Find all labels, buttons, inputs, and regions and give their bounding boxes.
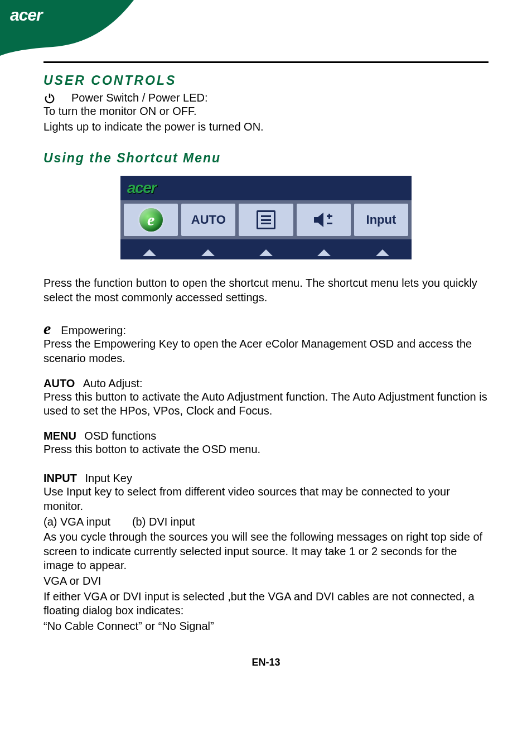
menu-prefix: MENU: [43, 430, 76, 442]
menu-icon: [257, 210, 275, 229]
page-number: EN-13: [43, 657, 489, 668]
input-line5: If either VGA or DVI input is selected ,…: [43, 590, 489, 618]
auto-heading: AUTO Auto Adjust:: [43, 377, 489, 390]
input-line4: VGA or DVI: [43, 574, 489, 589]
section-title-shortcut-menu: Using the Shortcut Menu: [43, 151, 489, 166]
auto-prefix: AUTO: [43, 377, 75, 389]
volume-icon: [312, 210, 335, 229]
power-line1: To turn the monitor ON or OFF.: [43, 104, 489, 119]
input-heading: INPUT Input Key: [43, 472, 489, 485]
osd-auto-button[interactable]: AUTO: [181, 204, 235, 236]
osd-figure: acer e AUTO: [43, 176, 489, 259]
osd-empowering-button[interactable]: e: [124, 204, 178, 236]
empowering-e-icon: e: [43, 320, 51, 337]
arrow-up-icon: [201, 249, 215, 256]
auto-title: Auto Adjust:: [83, 377, 143, 389]
osd-volume-button[interactable]: [297, 204, 351, 236]
menu-title: OSD functions: [84, 430, 156, 442]
menu-heading: MENU OSD functions: [43, 430, 489, 442]
brand-logo: acer: [10, 6, 42, 25]
page-content: USER CONTROLS Power Switch / Power LED: …: [0, 61, 532, 685]
power-label: Power Switch / Power LED:: [71, 92, 208, 104]
osd-arrow-row: [120, 239, 412, 259]
osd-titlebar: acer: [120, 176, 412, 200]
svg-rect-3: [328, 214, 330, 219]
menu-body: Press this botton to activate the OSD me…: [43, 442, 489, 457]
power-line2: Lights up to indicate the power is turne…: [43, 120, 489, 134]
horizontal-rule: [43, 61, 489, 63]
input-line2: (a) VGA input (b) DVI input: [43, 515, 489, 529]
power-row: Power Switch / Power LED:: [43, 92, 489, 104]
empowering-heading: e Empowering:: [43, 320, 489, 337]
page-header: acer: [0, 0, 532, 56]
auto-body: Press this button to activate the Auto A…: [43, 390, 489, 418]
header-curve-graphic: [0, 0, 532, 56]
osd-panel: acer e AUTO: [120, 176, 412, 259]
input-line3: As you cycle through the sources you wil…: [43, 530, 489, 573]
input-line6: “No Cable Connect” or “No Signal”: [43, 619, 489, 634]
power-icon: [43, 92, 56, 104]
empowering-icon: e: [139, 208, 163, 232]
arrow-up-icon: [259, 249, 273, 256]
arrow-up-icon: [317, 249, 331, 256]
arrow-up-icon: [143, 249, 156, 256]
svg-rect-4: [327, 223, 332, 224]
input-line1: Use Input key to select from different v…: [43, 485, 489, 513]
input-title: Input Key: [85, 472, 132, 484]
shortcut-intro: Press the function button to open the sh…: [43, 276, 489, 305]
arrow-up-icon: [376, 249, 389, 256]
empowering-title: Empowering:: [61, 324, 126, 337]
osd-menu-button[interactable]: [239, 204, 293, 236]
osd-brand-logo: acer: [127, 179, 156, 197]
section-title-user-controls: USER CONTROLS: [43, 73, 489, 88]
osd-input-button[interactable]: Input: [354, 204, 408, 236]
osd-button-row: e AUTO Input: [120, 200, 412, 239]
empowering-body: Press the Empowering Key to open the Ace…: [43, 337, 489, 365]
input-prefix: INPUT: [43, 472, 77, 484]
